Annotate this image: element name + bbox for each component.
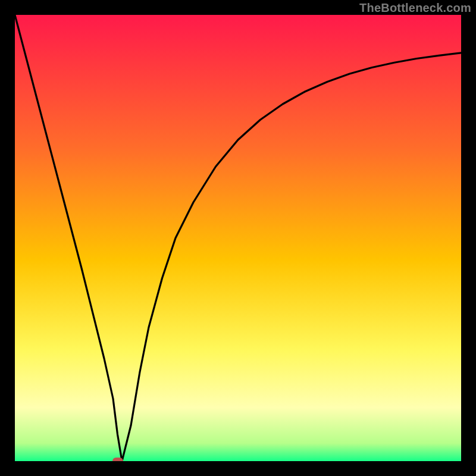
gradient-background — [15, 15, 461, 461]
watermark-text: TheBottleneck.com — [359, 1, 471, 15]
plot-svg — [15, 15, 461, 461]
plot-area — [15, 15, 461, 461]
optimum-marker — [112, 458, 123, 461]
chart-frame: TheBottleneck.com — [0, 0, 476, 476]
